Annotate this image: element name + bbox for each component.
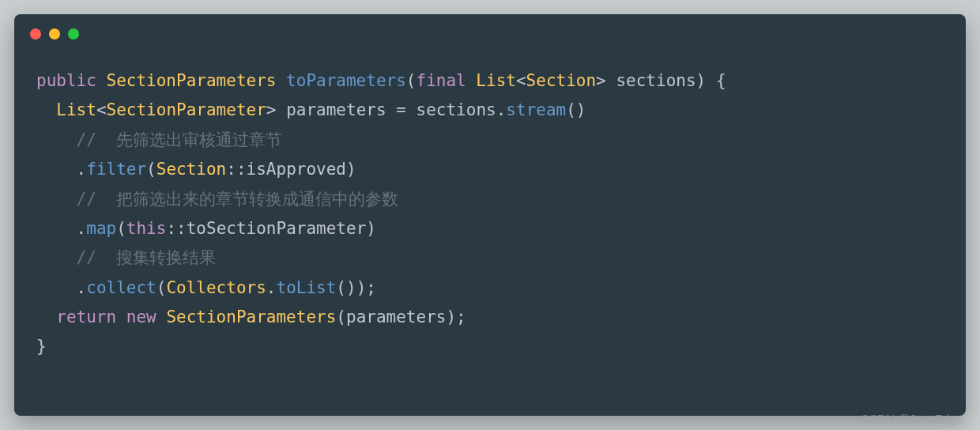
minimize-icon[interactable] <box>49 28 60 40</box>
paren: ); <box>446 307 466 326</box>
paren: ( <box>156 278 167 297</box>
arg-parameters: parameters <box>346 307 446 326</box>
angle: > <box>266 100 277 119</box>
keyword-final: final <box>416 71 466 90</box>
type-section-parameters-new: SectionParameters <box>166 307 336 326</box>
type-list: List <box>476 71 516 90</box>
method-isapproved: isApproved <box>247 160 346 179</box>
type-list: List <box>56 100 96 119</box>
brace: { <box>716 71 726 90</box>
fn-toparameters: toParameters <box>286 71 406 90</box>
fn-tolist: toList <box>277 278 337 297</box>
type-section-ref: Section <box>156 160 227 179</box>
type-collectors: Collectors <box>166 278 266 297</box>
comment-collect: // 搜集转换结果 <box>77 248 217 267</box>
comment-filter: // 先筛选出审核通过章节 <box>77 130 283 149</box>
angle: > <box>596 71 606 90</box>
angle: < <box>516 71 526 90</box>
paren: ( <box>336 307 346 326</box>
paren: ( <box>116 219 126 238</box>
dot: . <box>77 278 87 297</box>
coloncolon: :: <box>226 160 246 179</box>
keyword-this: this <box>126 219 167 238</box>
keyword-new: new <box>126 307 156 326</box>
paren: ) <box>346 160 356 179</box>
equals: = <box>396 100 406 119</box>
code-block: public SectionParameters toParameters(fi… <box>14 46 966 383</box>
paren: ( <box>146 160 156 179</box>
fn-map: map <box>86 219 116 238</box>
var-parameters: parameters <box>286 100 386 119</box>
brace-close: } <box>36 337 47 356</box>
fn-stream: stream <box>506 100 566 119</box>
keyword-public: public <box>36 71 96 90</box>
dot: . <box>77 160 87 179</box>
coloncolon: :: <box>166 219 186 238</box>
watermark-text: CSDN @JavaEdge. <box>861 412 966 425</box>
obj-sections: sections <box>416 100 496 119</box>
window-titlebar <box>14 14 966 46</box>
dot: . <box>496 100 507 119</box>
paren: () <box>566 100 586 119</box>
code-window: public SectionParameters toParameters(fi… <box>14 14 966 416</box>
paren: ( <box>406 71 416 90</box>
type-section-parameters: SectionParameters <box>107 71 277 90</box>
paren: ) <box>366 219 376 238</box>
paren: ) <box>696 71 707 90</box>
maximize-icon[interactable] <box>68 28 79 40</box>
method-tosectionparameter: toSectionParameter <box>187 219 367 238</box>
dot: . <box>77 219 87 238</box>
param-sections: sections <box>616 71 695 90</box>
fn-filter: filter <box>86 160 146 179</box>
comment-map: // 把筛选出来的章节转换成通信中的参数 <box>77 190 399 209</box>
close-icon[interactable] <box>30 28 41 40</box>
dot: . <box>266 278 277 297</box>
type-section-parameter: SectionParameter <box>107 100 266 119</box>
fn-collect: collect <box>86 278 156 297</box>
angle: < <box>96 100 107 119</box>
type-section: Section <box>526 71 597 90</box>
paren: ()); <box>336 278 376 297</box>
keyword-return: return <box>56 307 116 326</box>
